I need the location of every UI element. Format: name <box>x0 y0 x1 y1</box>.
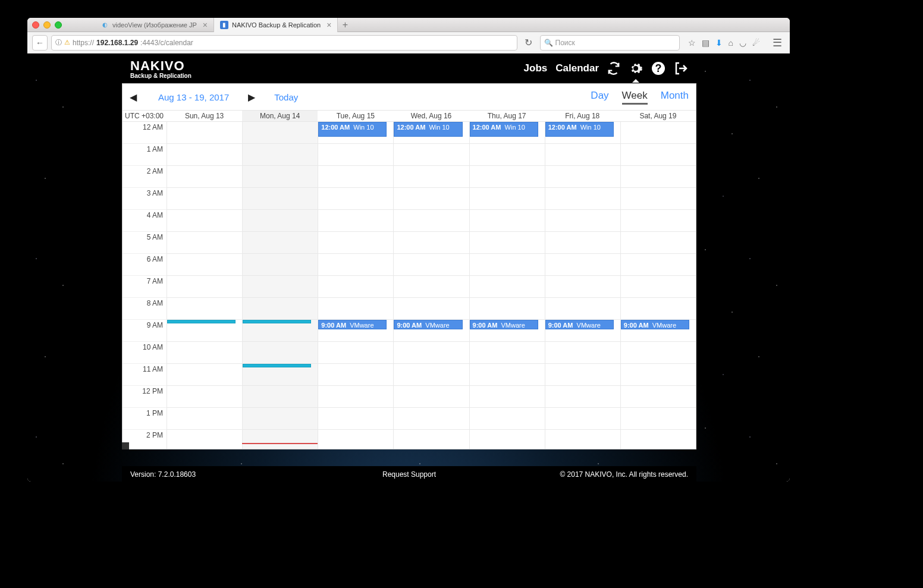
calendar-cell[interactable] <box>318 210 393 232</box>
view-day[interactable]: Day <box>591 90 608 105</box>
calendar-cell[interactable] <box>620 430 696 449</box>
calendar-cell[interactable] <box>393 254 469 276</box>
browser-tab-1[interactable]: ▮ NAKIVO Backup & Replication × <box>214 18 338 32</box>
calendar-cell[interactable] <box>393 430 469 449</box>
calendar-cell[interactable] <box>545 408 620 430</box>
nav-calendar[interactable]: Calendar <box>555 62 599 74</box>
calendar-event-past[interactable] <box>243 320 311 323</box>
calendar-cell[interactable] <box>545 144 620 166</box>
bookmark-star-icon[interactable]: ☆ <box>688 38 696 48</box>
calendar-cell[interactable] <box>393 276 469 298</box>
calendar-cell[interactable] <box>318 144 393 166</box>
calendar-cell[interactable] <box>469 386 545 408</box>
calendar-cell[interactable] <box>242 144 318 166</box>
calendar-cell[interactable] <box>620 166 696 188</box>
calendar-cell[interactable] <box>620 122 696 144</box>
address-bar[interactable]: ⓘ ⚠ https://192.168.1.29:4443/c/calendar <box>51 35 517 51</box>
calendar-cell[interactable] <box>242 408 318 430</box>
calendar-cell[interactable] <box>393 386 469 408</box>
calendar-cell[interactable] <box>620 408 696 430</box>
downloads-icon[interactable]: ⬇ <box>715 38 723 48</box>
calendar-cell[interactable] <box>393 408 469 430</box>
calendar-cell[interactable] <box>242 166 318 188</box>
minimize-window-button[interactable] <box>43 21 51 29</box>
help-icon[interactable]: ? <box>651 61 665 76</box>
calendar-cell[interactable] <box>242 386 318 408</box>
calendar-cell[interactable] <box>545 254 620 276</box>
calendar-cell[interactable] <box>318 166 393 188</box>
calendar-cell[interactable] <box>620 298 696 320</box>
calendar-cell[interactable] <box>393 298 469 320</box>
calendar-cell[interactable] <box>393 188 469 210</box>
calendar-cell[interactable] <box>545 232 620 254</box>
calendar-cell[interactable] <box>318 188 393 210</box>
calendar-cell[interactable] <box>318 298 393 320</box>
prev-week-button[interactable]: ◀ <box>130 92 139 103</box>
calendar-cell[interactable] <box>242 298 318 320</box>
next-week-button[interactable]: ▶ <box>248 92 258 103</box>
calendar-cell[interactable] <box>167 276 242 298</box>
calendar-event[interactable]: 9:00 AM VMware <box>545 320 614 329</box>
calendar-cell[interactable] <box>469 342 545 364</box>
calendar-cell[interactable] <box>545 298 620 320</box>
calendar-cell[interactable] <box>318 342 393 364</box>
calendar-event[interactable]: 9:00 AM VMware <box>621 320 689 329</box>
logout-icon[interactable] <box>674 61 688 76</box>
search-bar[interactable]: 🔍 Поиск <box>540 35 680 51</box>
close-window-button[interactable] <box>32 21 39 29</box>
calendar-cell[interactable] <box>469 364 545 386</box>
calendar-cell[interactable] <box>393 210 469 232</box>
calendar-cell[interactable] <box>620 254 696 276</box>
calendar-cell[interactable] <box>545 342 620 364</box>
calendar-cell[interactable] <box>242 276 318 298</box>
calendar-cell[interactable] <box>545 430 620 449</box>
calendar-cell[interactable] <box>167 188 242 210</box>
calendar-cell[interactable] <box>318 408 393 430</box>
calendar-cell[interactable] <box>620 232 696 254</box>
calendar-cell[interactable] <box>469 232 545 254</box>
calendar-cell[interactable] <box>469 408 545 430</box>
calendar-cell[interactable] <box>620 364 696 386</box>
calendar-cell[interactable] <box>620 210 696 232</box>
calendar-cell[interactable] <box>469 188 545 210</box>
reader-icon[interactable]: ▤ <box>702 38 709 48</box>
calendar-cell[interactable] <box>242 122 318 144</box>
calendar-cell[interactable] <box>545 276 620 298</box>
calendar-cell[interactable] <box>167 342 242 364</box>
calendar-cell[interactable] <box>469 254 545 276</box>
calendar-cell[interactable] <box>318 364 393 386</box>
browser-tab-0[interactable]: ◐ videoView (Изображение JP × <box>95 18 214 32</box>
calendar-cell[interactable] <box>545 188 620 210</box>
calendar-cell[interactable] <box>620 386 696 408</box>
calendar-cell[interactable] <box>545 210 620 232</box>
close-tab-icon[interactable]: × <box>326 20 331 30</box>
calendar-cell[interactable] <box>242 342 318 364</box>
calendar-cell[interactable] <box>242 254 318 276</box>
view-month[interactable]: Month <box>661 90 689 105</box>
calendar-cell[interactable] <box>545 364 620 386</box>
calendar-cell[interactable] <box>620 276 696 298</box>
calendar-cell[interactable] <box>469 210 545 232</box>
calendar-cell[interactable] <box>393 342 469 364</box>
calendar-event[interactable]: 12:00 AM Win 10 <box>394 122 462 137</box>
addon-icon[interactable]: ☄ <box>752 38 760 48</box>
calendar-cell[interactable] <box>469 166 545 188</box>
calendar-cell[interactable] <box>167 386 242 408</box>
calendar-cell[interactable] <box>469 430 545 449</box>
calendar-cell[interactable] <box>167 298 242 320</box>
calendar-cell[interactable] <box>318 430 393 449</box>
calendar-event[interactable]: 12:00 AM Win 10 <box>545 122 614 137</box>
calendar-cell[interactable] <box>318 232 393 254</box>
calendar-cell[interactable] <box>318 254 393 276</box>
calendar-cell[interactable] <box>167 232 242 254</box>
calendar-cell[interactable] <box>242 188 318 210</box>
calendar-cell[interactable] <box>393 364 469 386</box>
calendar-cell[interactable] <box>393 144 469 166</box>
calendar-cell[interactable] <box>620 188 696 210</box>
calendar-cell[interactable] <box>167 364 242 386</box>
refresh-icon[interactable] <box>607 62 620 75</box>
calendar-cell[interactable] <box>167 144 242 166</box>
calendar-cell[interactable] <box>242 210 318 232</box>
view-week[interactable]: Week <box>622 90 648 105</box>
calendar-cell[interactable] <box>393 232 469 254</box>
